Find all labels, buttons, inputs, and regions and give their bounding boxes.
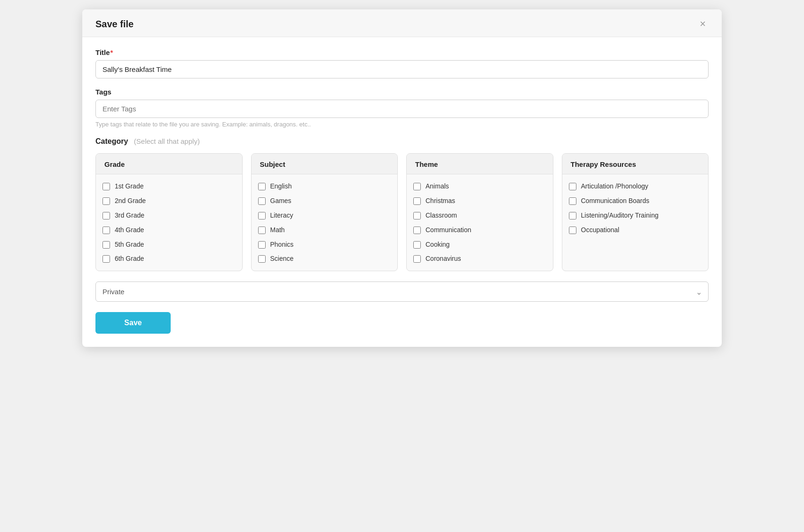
modal-title: Save file bbox=[95, 19, 134, 30]
modal-body: Title* Tags Type tags that relate to the… bbox=[82, 37, 722, 347]
list-item[interactable]: Literacy bbox=[258, 208, 391, 223]
grade-2nd-checkbox[interactable] bbox=[102, 197, 110, 205]
list-item[interactable]: Communication bbox=[413, 223, 546, 237]
tags-field-group: Tags Type tags that relate to the file y… bbox=[95, 88, 709, 128]
grade-header: Grade bbox=[96, 154, 242, 174]
category-heading: Category bbox=[95, 137, 128, 145]
list-item[interactable]: Coronavirus bbox=[413, 251, 546, 266]
tags-label: Tags bbox=[95, 88, 709, 96]
list-item[interactable]: 6th Grade bbox=[102, 251, 236, 266]
tags-input[interactable] bbox=[95, 100, 709, 118]
theme-animals-checkbox[interactable] bbox=[413, 183, 421, 190]
title-field-group: Title* bbox=[95, 48, 709, 78]
subject-phonics-checkbox[interactable] bbox=[258, 241, 266, 249]
category-sub: (Select all that apply) bbox=[134, 137, 200, 145]
list-item[interactable]: Classroom bbox=[413, 208, 546, 223]
grade-list: 1st Grade 2nd Grade 3rd Grade 4th Grade … bbox=[96, 174, 242, 271]
list-item[interactable]: Communication Boards bbox=[569, 194, 702, 208]
list-item[interactable]: Listening/Auditory Training bbox=[569, 208, 702, 223]
category-section: Category (Select all that apply) Grade 1… bbox=[95, 137, 709, 271]
theme-classroom-checkbox[interactable] bbox=[413, 212, 421, 219]
list-item[interactable]: Science bbox=[258, 251, 391, 266]
list-item[interactable]: 1st Grade bbox=[102, 179, 236, 194]
list-item[interactable]: Occupational bbox=[569, 223, 702, 237]
category-columns: Grade 1st Grade 2nd Grade 3rd Grade 4th … bbox=[95, 153, 709, 271]
therapy-column: Therapy Resources Articulation /Phonolog… bbox=[562, 153, 709, 271]
list-item[interactable]: 2nd Grade bbox=[102, 194, 236, 208]
theme-column: Theme Animals Christmas Classroom Commun… bbox=[406, 153, 553, 271]
grade-5th-checkbox[interactable] bbox=[102, 241, 110, 249]
grade-6th-checkbox[interactable] bbox=[102, 255, 110, 263]
list-item[interactable]: Phonics bbox=[258, 237, 391, 252]
required-star: * bbox=[110, 48, 113, 56]
therapy-occupational-checkbox[interactable] bbox=[569, 227, 576, 234]
list-item[interactable]: Games bbox=[258, 194, 391, 208]
list-item[interactable]: Articulation /Phonology bbox=[569, 179, 702, 194]
list-item[interactable]: Animals bbox=[413, 179, 546, 194]
save-button[interactable]: Save bbox=[95, 312, 171, 334]
therapy-list: Articulation /Phonology Communication Bo… bbox=[562, 174, 709, 242]
subject-header: Subject bbox=[252, 154, 398, 174]
subject-english-checkbox[interactable] bbox=[258, 183, 266, 190]
list-item[interactable]: 5th Grade bbox=[102, 237, 236, 252]
modal-header: Save file × bbox=[82, 9, 722, 37]
theme-cooking-checkbox[interactable] bbox=[413, 241, 421, 249]
save-file-modal: Save file × Title* Tags Type tags that r… bbox=[82, 9, 722, 347]
grade-3rd-checkbox[interactable] bbox=[102, 212, 110, 219]
grade-column: Grade 1st Grade 2nd Grade 3rd Grade 4th … bbox=[95, 153, 243, 271]
grade-4th-checkbox[interactable] bbox=[102, 227, 110, 234]
subject-list: English Games Literacy Math Phonics Scie… bbox=[252, 174, 398, 271]
close-button[interactable]: × bbox=[697, 18, 709, 30]
grade-1st-checkbox[interactable] bbox=[102, 183, 110, 190]
theme-coronavirus-checkbox[interactable] bbox=[413, 255, 421, 263]
theme-header: Theme bbox=[407, 154, 553, 174]
theme-communication-checkbox[interactable] bbox=[413, 227, 421, 234]
privacy-select[interactable]: Private Public Shared bbox=[95, 282, 709, 302]
list-item[interactable]: English bbox=[258, 179, 391, 194]
list-item[interactable]: 3rd Grade bbox=[102, 208, 236, 223]
list-item[interactable]: Cooking bbox=[413, 237, 546, 252]
tags-hint: Type tags that relate to the file you ar… bbox=[95, 121, 709, 128]
theme-christmas-checkbox[interactable] bbox=[413, 197, 421, 205]
subject-games-checkbox[interactable] bbox=[258, 197, 266, 205]
therapy-header: Therapy Resources bbox=[562, 154, 709, 174]
subject-column: Subject English Games Literacy Math Phon… bbox=[251, 153, 398, 271]
subject-math-checkbox[interactable] bbox=[258, 227, 266, 234]
privacy-select-wrap: Private Public Shared ⌄ bbox=[95, 282, 709, 302]
therapy-articulation-checkbox[interactable] bbox=[569, 183, 576, 190]
subject-science-checkbox[interactable] bbox=[258, 255, 266, 263]
title-input[interactable] bbox=[95, 60, 709, 78]
subject-literacy-checkbox[interactable] bbox=[258, 212, 266, 219]
therapy-listening-checkbox[interactable] bbox=[569, 212, 576, 219]
theme-list: Animals Christmas Classroom Communicatio… bbox=[407, 174, 553, 271]
list-item[interactable]: Christmas bbox=[413, 194, 546, 208]
list-item[interactable]: 4th Grade bbox=[102, 223, 236, 237]
title-label: Title* bbox=[95, 48, 709, 56]
therapy-commboards-checkbox[interactable] bbox=[569, 197, 576, 205]
list-item[interactable]: Math bbox=[258, 223, 391, 237]
